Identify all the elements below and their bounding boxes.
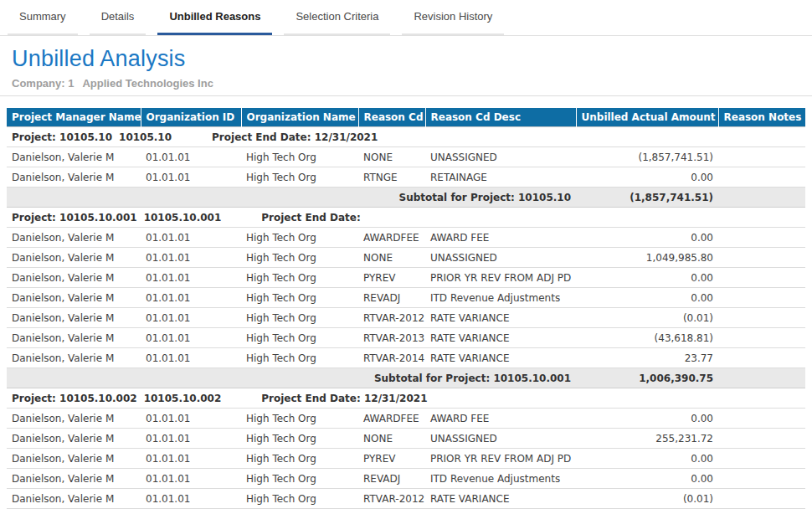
reason-cd-cell: RTVAR-2012 <box>358 489 425 509</box>
org-name-cell: High Tech Org <box>241 429 358 449</box>
org-id-cell: 01.01.01 <box>141 248 241 268</box>
org-id-cell: 01.01.01 <box>141 489 241 509</box>
amount-cell: 23.77 <box>576 348 718 368</box>
amount-cell: (1,857,741.51) <box>576 147 718 167</box>
pm-cell: Danielson, Valerie M <box>7 449 141 469</box>
table-row: Danielson, Valerie M01.01.01High Tech Or… <box>7 469 805 489</box>
reason-cd-cell: NONE <box>358 429 425 449</box>
project-end-date: Project End Date: <box>261 212 360 224</box>
pm-cell: Danielson, Valerie M <box>7 469 141 489</box>
reason-desc-cell: UNASSIGNED <box>425 429 576 449</box>
reason-desc-cell: UNASSIGNED <box>425 248 576 268</box>
org-id-cell: 01.01.01 <box>141 288 241 308</box>
org-name-cell: High Tech Org <box>241 288 358 308</box>
reason-cd-cell: RTNGE <box>358 167 425 188</box>
col-header-reason-cd[interactable]: Reason Cd <box>358 108 425 127</box>
project-group-cell: Project: 10105.10.00110105.10.001Project… <box>7 208 805 228</box>
company-line: Company: 1 Applied Technologies Inc <box>12 77 812 90</box>
pm-cell: Danielson, Valerie M <box>7 429 141 449</box>
notes-cell <box>718 268 805 288</box>
reason-desc-cell: AWARD FEE <box>425 409 576 429</box>
amount-cell: 0.00 <box>576 167 718 188</box>
project-label: Project: 10105.10 <box>12 131 112 143</box>
reason-desc-cell: AWARD FEE <box>425 228 576 248</box>
project-end-date: Project End Date: 12/31/2021 <box>261 393 427 404</box>
col-header-organization-id[interactable]: Organization ID <box>141 108 241 127</box>
amount-cell: 0.00 <box>576 449 718 469</box>
reason-cd-cell: RTVAR-2012 <box>358 308 425 328</box>
header-divider <box>0 95 812 96</box>
table-row: Danielson, Valerie M01.01.01High Tech Or… <box>7 348 805 368</box>
table-row: Danielson, Valerie M01.01.01High Tech Or… <box>7 248 805 268</box>
pm-cell: Danielson, Valerie M <box>7 328 141 348</box>
col-header-project-manager-name[interactable]: Project Manager Name <box>7 108 141 127</box>
company-name: Applied Technologies Inc <box>82 77 213 90</box>
notes-cell <box>718 449 805 469</box>
subtotal-row: Subtotal for Project: 10105.10(1,857,741… <box>7 188 805 208</box>
col-header-reason-notes[interactable]: Reason Notes <box>718 108 805 127</box>
org-name-cell: High Tech Org <box>241 409 358 429</box>
project-label: Project: 10105.10.001 <box>12 212 137 224</box>
tab-bar: Summary Details Unbilled Reasons Selecti… <box>0 0 812 36</box>
amount-cell: 0.00 <box>576 268 718 288</box>
org-id-cell: 01.01.01 <box>141 228 241 248</box>
reason-desc-cell: PRIOR YR REV FROM ADJ PD <box>425 268 576 288</box>
org-name-cell: High Tech Org <box>241 228 358 248</box>
org-id-cell: 01.01.01 <box>141 147 241 167</box>
col-header-unbilled-actual-amount[interactable]: Unbilled Actual Amount <box>576 108 718 127</box>
org-id-cell: 01.01.01 <box>141 429 241 449</box>
project-value: 10105.10.001 <box>144 212 222 224</box>
reason-cd-cell: RTVAR-2013 <box>358 509 425 514</box>
reason-desc-cell: ITD Revenue Adjustments <box>425 288 576 308</box>
reason-cd-cell: AWARDFEE <box>358 409 425 429</box>
project-group-row: Project: 10105.1010105.10Project End Dat… <box>7 127 805 147</box>
reason-cd-cell: PYREV <box>358 268 425 288</box>
col-header-organization-name[interactable]: Organization Name <box>241 108 358 127</box>
reason-cd-cell: REVADJ <box>358 469 425 489</box>
table-row: Danielson, Valerie M01.01.01High Tech Or… <box>7 147 805 167</box>
pm-cell: Danielson, Valerie M <box>7 268 141 288</box>
org-name-cell: High Tech Org <box>241 308 358 328</box>
subtotal-amount: 1,006,390.75 <box>576 368 718 388</box>
org-id-cell: 01.01.01 <box>141 308 241 328</box>
amount-cell: (0.01) <box>576 308 718 328</box>
org-name-cell: High Tech Org <box>241 509 358 514</box>
tab-summary[interactable]: Summary <box>8 0 78 35</box>
notes-cell <box>718 288 805 308</box>
notes-cell <box>718 308 805 328</box>
reason-cd-cell: NONE <box>358 147 425 167</box>
org-name-cell: High Tech Org <box>241 248 358 268</box>
org-id-cell: 01.01.01 <box>141 328 241 348</box>
org-name-cell: High Tech Org <box>241 489 358 509</box>
table-row: Danielson, Valerie M01.01.01High Tech Or… <box>7 228 805 248</box>
pm-cell: Danielson, Valerie M <box>7 288 141 308</box>
org-name-cell: High Tech Org <box>241 147 358 167</box>
tab-unbilled-reasons[interactable]: Unbilled Reasons <box>157 0 272 35</box>
amount-cell: (43,618.81) <box>576 328 718 348</box>
tab-revision-history[interactable]: Revision History <box>402 0 504 35</box>
notes-cell <box>718 429 805 449</box>
amount-cell: 0.00 <box>576 228 718 248</box>
reason-cd-cell: PYREV <box>358 449 425 469</box>
company-label: Company: 1 <box>12 77 74 90</box>
amount-cell: 0.00 <box>576 288 718 308</box>
org-name-cell: High Tech Org <box>241 328 358 348</box>
notes-cell <box>718 509 805 514</box>
tab-selection-criteria[interactable]: Selection Criteria <box>284 0 390 35</box>
reason-desc-cell: UNASSIGNED <box>425 147 576 167</box>
tab-details[interactable]: Details <box>90 0 146 35</box>
subtotal-notes-cell <box>718 188 805 208</box>
col-header-reason-cd-desc[interactable]: Reason Cd Desc <box>425 108 576 127</box>
reason-desc-cell: RATE VARIANCE <box>425 308 576 328</box>
notes-cell <box>718 348 805 368</box>
pm-cell: Danielson, Valerie M <box>7 308 141 328</box>
table-header-row: Project Manager Name Organization ID Org… <box>7 108 805 127</box>
notes-cell <box>718 489 805 509</box>
notes-cell <box>718 469 805 489</box>
org-id-cell: 01.01.01 <box>141 268 241 288</box>
amount-cell: 0.00 <box>576 409 718 429</box>
project-label: Project: 10105.10.002 <box>12 393 137 404</box>
pm-cell: Danielson, Valerie M <box>7 248 141 268</box>
page-title: Unbilled Analysis <box>12 46 812 72</box>
project-group-row: Project: 10105.10.00110105.10.001Project… <box>7 208 805 228</box>
